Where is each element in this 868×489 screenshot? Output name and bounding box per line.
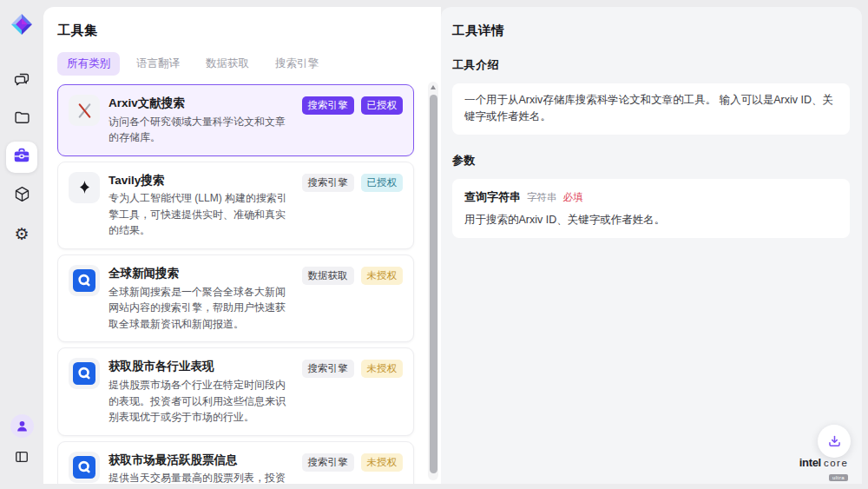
app-logo[interactable] <box>10 12 34 36</box>
core-wordmark: core <box>824 459 848 469</box>
cube-icon <box>13 185 31 207</box>
page-title: 工具集 <box>57 23 441 39</box>
tool-description: 全球新闻搜索是一个聚合全球各大新闻网站内容的搜索引擎，帮助用户快速获取全球最新资… <box>108 284 293 333</box>
download-button[interactable] <box>818 425 851 458</box>
tool-description: 专为人工智能代理 (LLM) 构建的搜索引擎工具，可快速提供实时、准确和真实的结… <box>108 190 293 239</box>
tool-description: 提供当天交易量最高的股票列表，投资者可以利用这些信息来识别流动性强的股票和潜在的… <box>108 470 293 484</box>
tool-description: 访问各个研究领域大量科学论文和文章的存储库。 <box>108 114 293 146</box>
intel-core-logo: intel core ultra <box>791 457 857 483</box>
tool-card[interactable]: Tavily搜索 专为人工智能代理 (LLM) 构建的搜索引擎工具，可快速提供实… <box>57 162 414 249</box>
nav-models[interactable] <box>6 180 37 211</box>
tools-list: Arxiv文献搜索 访问各个研究领域大量科学论文和文章的存储库。 搜索引擎 已授… <box>57 84 441 484</box>
nav-settings[interactable]: ⚙ <box>6 218 37 249</box>
auth-status-badge: 已授权 <box>361 96 404 115</box>
category-tab[interactable]: 所有类别 <box>57 52 120 76</box>
intro-heading: 工具介绍 <box>452 57 850 73</box>
tool-intro-text: 一个用于从Arxiv存储库搜索科学论文和文章的工具。 输入可以是Arxiv ID… <box>452 83 850 135</box>
category-tab[interactable]: 数据获取 <box>196 52 259 76</box>
person-icon <box>15 419 30 433</box>
param-type: 字符串 <box>527 191 557 204</box>
param-required-badge: 必填 <box>563 191 583 204</box>
category-tab[interactable]: 搜索引擎 <box>266 52 328 76</box>
param-card: 查询字符串 字符串 必填 用于搜索的Arxiv ID、关键字或作者姓名。 <box>452 179 850 238</box>
tool-name: Arxiv文献搜索 <box>108 96 293 111</box>
tool-card[interactable]: 全球新闻搜索 全球新闻搜索是一个聚合全球各大新闻网站内容的搜索引擎，帮助用户快速… <box>57 254 414 342</box>
user-avatar[interactable] <box>10 414 34 438</box>
param-description: 用于搜索的Arxiv ID、关键字或作者姓名。 <box>464 213 838 228</box>
panel-toggle-icon <box>13 448 30 469</box>
category-badge: 搜索引擎 <box>302 360 354 378</box>
nav-rail: ⚙ <box>0 0 43 489</box>
param-name: 查询字符串 <box>464 189 521 205</box>
category-badge: 数据获取 <box>302 267 354 285</box>
list-scrollbar[interactable] <box>428 82 438 480</box>
toolbox-icon <box>12 146 31 169</box>
sparkle-icon <box>69 172 100 203</box>
rail-nav: ⚙ <box>6 65 37 249</box>
tool-name: Tavily搜索 <box>108 173 293 188</box>
rail-bottom <box>9 414 35 472</box>
auth-status-badge: 已授权 <box>361 174 404 192</box>
nav-files[interactable] <box>6 103 37 135</box>
tool-card[interactable]: 获取股市各行业表现 提供股票市场各个行业在特定时间段内的表现。投资者可以利用这些… <box>57 347 414 435</box>
quark-search-icon <box>69 452 100 483</box>
gear-icon: ⚙ <box>14 226 29 242</box>
quark-search-icon <box>69 265 100 296</box>
auth-status-badge: 未授权 <box>361 267 404 285</box>
tools-panel: 工具集 所有类别语言翻译数据获取搜索引擎 Arxiv文献搜索 访问各个研究领域大… <box>43 7 441 484</box>
tool-card[interactable]: 获取市场最活跃股票信息 提供当天交易量最高的股票列表，投资者可以利用这些信息来识… <box>57 441 414 484</box>
scrollbar-up-arrow[interactable] <box>431 85 436 89</box>
tool-name: 获取股市各行业表现 <box>108 359 293 374</box>
intel-wordmark: intel <box>799 457 821 468</box>
download-icon <box>826 433 843 450</box>
category-badge: 搜索引擎 <box>302 96 354 115</box>
category-tabs: 所有类别语言翻译数据获取搜索引擎 <box>57 52 441 76</box>
chat-icon <box>13 70 31 92</box>
auth-status-badge: 未授权 <box>361 360 404 378</box>
collapse-sidebar-button[interactable] <box>9 446 35 472</box>
arxiv-icon <box>69 95 100 126</box>
category-badge: 搜索引擎 <box>302 174 354 192</box>
params-heading: 参数 <box>452 153 850 169</box>
tool-description: 提供股票市场各个行业在特定时间段内的表现。投资者可以利用这些信息来识别表现优于或… <box>108 377 293 426</box>
nav-chat[interactable] <box>6 65 37 96</box>
scrollbar-thumb[interactable] <box>430 95 437 473</box>
app-window: ⚙ 工具集 所有类别语言翻译数据获取搜索引擎 <box>0 0 868 489</box>
quark-search-icon <box>69 358 100 389</box>
tool-name: 全球新闻搜索 <box>108 266 293 281</box>
gem-logo-icon <box>10 12 34 36</box>
category-badge: 搜索引擎 <box>302 453 354 472</box>
category-tab[interactable]: 语言翻译 <box>127 52 189 76</box>
tool-card[interactable]: Arxiv文献搜索 访问各个研究领域大量科学论文和文章的存储库。 搜索引擎 已授… <box>57 84 414 156</box>
ultra-badge: ultra <box>829 474 848 481</box>
tool-detail-panel: 工具详情 工具介绍 一个用于从Arxiv存储库搜索科学论文和文章的工具。 输入可… <box>441 7 862 484</box>
folder-icon <box>13 109 31 130</box>
detail-title: 工具详情 <box>452 23 850 39</box>
nav-tools[interactable] <box>6 142 37 173</box>
auth-status-badge: 未授权 <box>361 453 404 472</box>
tool-name: 获取市场最活跃股票信息 <box>108 453 293 468</box>
